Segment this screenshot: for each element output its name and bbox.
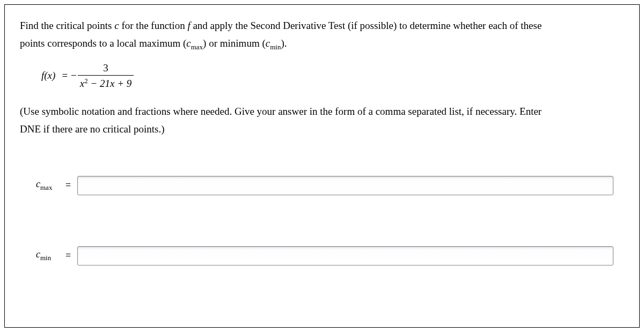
cmin-label: cmin xyxy=(36,249,60,262)
cmax-sub: max xyxy=(40,183,52,191)
cmax-eq: = xyxy=(65,180,71,191)
formula-lhs: f(x) xyxy=(41,70,55,82)
q-var-c: c xyxy=(114,20,119,31)
q-text-2: for the function xyxy=(119,20,188,31)
den-x: x xyxy=(80,78,84,89)
formula-fraction: 3 x2 − 21x + 9 xyxy=(78,62,134,90)
cmin-eq: = xyxy=(65,250,71,261)
cmax-input[interactable] xyxy=(77,176,613,195)
q-text-1: Find the critical points xyxy=(20,20,114,31)
formula-denominator: x2 − 21x + 9 xyxy=(78,75,134,90)
question-text: Find the critical points c for the funct… xyxy=(20,17,624,54)
cmin-c: c xyxy=(36,249,40,260)
q-cmin-sub: min xyxy=(270,43,281,51)
instruction-text: (Use symbolic notation and fractions whe… xyxy=(20,102,624,138)
formula-eq: = xyxy=(62,70,68,82)
cmax-c: c xyxy=(36,179,40,189)
formula-numerator: 3 xyxy=(101,62,111,75)
cmin-sub: min xyxy=(40,254,51,262)
problem-container: Find the critical points c for the funct… xyxy=(4,4,640,328)
formula: f(x) = − 3 x2 − 21x + 9 xyxy=(41,62,624,90)
q-text-4: points corresponds to a local maximum ( xyxy=(20,38,186,49)
q-text-5: ) or minimum ( xyxy=(203,38,266,49)
cmax-label: cmax xyxy=(36,179,60,192)
answer-row-cmax: cmax = xyxy=(36,176,624,195)
instr-1: (Use symbolic notation and fractions whe… xyxy=(20,106,541,117)
q-cmin-c: c xyxy=(266,38,270,49)
q-cmax-c: c xyxy=(186,38,191,49)
q-text-6: ). xyxy=(281,38,287,49)
instr-2: DNE if there are no critical points.) xyxy=(20,123,165,135)
q-cmax-sub: max xyxy=(191,43,203,51)
cmin-input[interactable] xyxy=(77,246,613,265)
formula-neg: − xyxy=(71,70,77,82)
den-rest: − 21x + 9 xyxy=(88,78,132,89)
q-text-3: and apply the Second Derivative Test (if… xyxy=(191,20,542,31)
answer-row-cmin: cmin = xyxy=(36,246,624,265)
